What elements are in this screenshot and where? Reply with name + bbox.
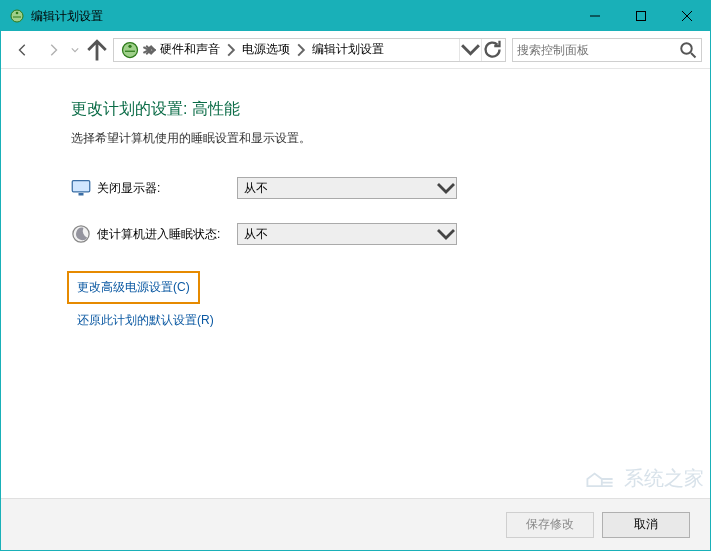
svg-rect-2 — [637, 12, 646, 21]
breadcrumb-item-power[interactable]: 电源选项 — [238, 39, 294, 61]
chevron-down-icon — [436, 178, 456, 198]
content-area: 更改计划的设置: 高性能 选择希望计算机使用的睡眠设置和显示设置。 关闭显示器:… — [1, 69, 710, 498]
monitor-icon — [71, 178, 91, 198]
back-button[interactable] — [9, 37, 37, 63]
search-icon[interactable] — [679, 41, 697, 59]
cancel-button[interactable]: 取消 — [602, 512, 690, 538]
breadcrumb-item-edit[interactable]: 编辑计划设置 — [308, 39, 388, 61]
footer-bar: 保存修改 取消 — [1, 498, 710, 550]
search-input[interactable] — [517, 43, 679, 57]
svg-point-5 — [681, 43, 692, 54]
save-button[interactable]: 保存修改 — [506, 512, 594, 538]
close-button[interactable] — [664, 1, 710, 31]
watermark: 系统之家 — [582, 465, 704, 492]
display-off-select[interactable]: 从不 — [237, 177, 457, 199]
moon-icon — [71, 224, 91, 244]
advanced-power-link[interactable]: 更改高级电源设置(C) — [71, 275, 196, 300]
restore-defaults-link[interactable]: 还原此计划的默认设置(R) — [71, 308, 220, 333]
sleep-select[interactable]: 从不 — [237, 223, 457, 245]
chevron-down-icon — [436, 224, 456, 244]
chevron-right-icon — [294, 43, 308, 57]
page-subheading: 选择希望计算机使用的睡眠设置和显示设置。 — [71, 130, 670, 147]
window-root: 编辑计划设置 硬件和声音 — [0, 0, 711, 551]
svg-point-4 — [128, 44, 131, 47]
svg-rect-6 — [72, 181, 90, 192]
history-dropdown[interactable] — [69, 46, 81, 54]
page-heading: 更改计划的设置: 高性能 — [71, 99, 670, 120]
row-sleep: 使计算机进入睡眠状态: 从不 — [71, 223, 670, 245]
sleep-value: 从不 — [244, 226, 268, 243]
svg-rect-7 — [79, 193, 84, 196]
up-button[interactable] — [83, 37, 111, 63]
breadcrumb-overflow-icon[interactable] — [142, 43, 156, 57]
minimize-button[interactable] — [572, 1, 618, 31]
sleep-label: 使计算机进入睡眠状态: — [97, 226, 237, 243]
address-dropdown-icon[interactable] — [459, 39, 481, 61]
display-off-value: 从不 — [244, 180, 268, 197]
chevron-right-icon — [224, 43, 238, 57]
svg-point-1 — [16, 12, 19, 15]
address-bar: 硬件和声音 电源选项 编辑计划设置 — [1, 31, 710, 69]
maximize-button[interactable] — [618, 1, 664, 31]
app-icon — [9, 8, 25, 24]
links-section: 更改高级电源设置(C) 还原此计划的默认设置(R) — [71, 275, 670, 341]
display-off-label: 关闭显示器: — [97, 180, 237, 197]
forward-button[interactable] — [39, 37, 67, 63]
breadcrumb[interactable]: 硬件和声音 电源选项 编辑计划设置 — [113, 38, 506, 62]
refresh-button[interactable] — [481, 39, 503, 61]
row-display-off: 关闭显示器: 从不 — [71, 177, 670, 199]
breadcrumb-item-hardware[interactable]: 硬件和声音 — [156, 39, 224, 61]
power-plan-icon — [120, 40, 140, 60]
window-title: 编辑计划设置 — [31, 8, 572, 25]
search-box[interactable] — [512, 38, 702, 62]
title-bar: 编辑计划设置 — [1, 1, 710, 31]
